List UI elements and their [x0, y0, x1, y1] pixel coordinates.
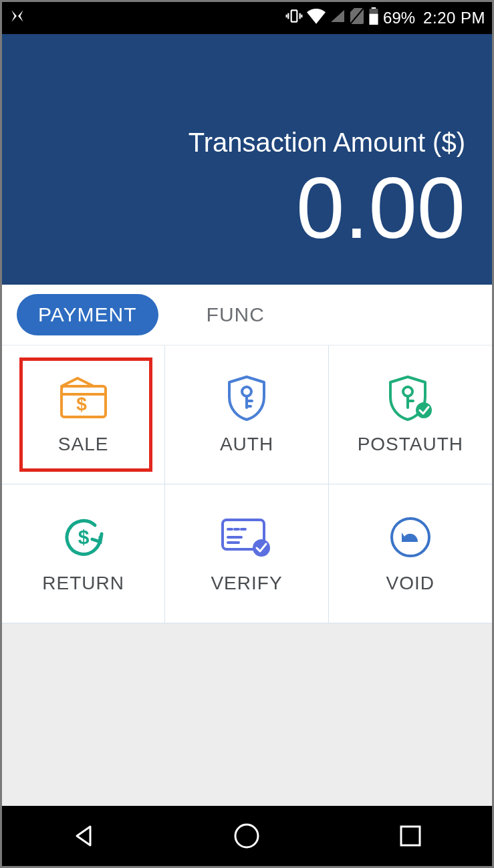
svg-rect-8 — [370, 14, 378, 25]
auth-label: AUTH — [220, 434, 273, 455]
tab-func[interactable]: FUNC — [185, 294, 286, 335]
amount-label: Transaction Amount ($) — [29, 128, 465, 158]
void-button[interactable]: VOID — [329, 484, 492, 623]
svg-text:$: $ — [78, 526, 89, 548]
dollar-refresh-icon: $ — [60, 514, 107, 561]
auth-button[interactable]: AUTH — [165, 345, 328, 484]
vibrate-icon — [285, 7, 303, 29]
amount-header: Transaction Amount ($) 0.00 — [2, 34, 492, 285]
action-grid: $ SALE AUTH — [2, 345, 492, 623]
wifi-icon — [307, 8, 326, 28]
svg-rect-6 — [372, 7, 376, 9]
amount-value[interactable]: 0.00 — [29, 164, 465, 251]
svg-point-26 — [235, 825, 258, 847]
tab-payment[interactable]: PAYMENT — [17, 294, 158, 335]
card-check-icon — [219, 514, 275, 561]
android-nav-bar — [2, 806, 492, 866]
svg-text:$: $ — [76, 394, 87, 414]
home-button[interactable] — [229, 819, 264, 853]
undo-circle-icon — [388, 514, 433, 561]
empty-space — [2, 623, 492, 806]
tab-bar: PAYMENT FUNC — [2, 285, 492, 345]
void-label: VOID — [386, 573, 435, 594]
svg-point-11 — [242, 387, 251, 396]
wallet-dollar-icon: $ — [57, 375, 110, 422]
return-label: RETURN — [42, 573, 124, 594]
shield-key-check-icon — [386, 375, 435, 422]
postauth-label: POSTAUTH — [358, 434, 463, 455]
svg-rect-27 — [401, 827, 420, 845]
svg-point-18 — [416, 402, 432, 418]
back-button[interactable] — [66, 819, 101, 853]
verify-label: VERIFY — [211, 573, 282, 594]
android-status-bar: 69% 2:20 PM — [2, 2, 492, 34]
sale-label: SALE — [58, 434, 109, 455]
no-sim-icon — [350, 8, 364, 28]
svg-rect-0 — [291, 10, 297, 21]
cell-signal-icon — [330, 9, 346, 27]
svg-point-24 — [253, 539, 270, 557]
shield-key-icon — [225, 375, 268, 422]
svg-point-15 — [403, 387, 412, 396]
battery-percent: 69% — [383, 9, 415, 27]
sale-button[interactable]: $ SALE — [2, 345, 165, 484]
butterfly-icon — [9, 7, 26, 29]
recent-apps-button[interactable] — [393, 819, 428, 853]
verify-button[interactable]: VERIFY — [165, 484, 328, 623]
return-button[interactable]: $ RETURN — [2, 484, 165, 623]
battery-icon — [368, 7, 379, 29]
postauth-button[interactable]: POSTAUTH — [329, 345, 492, 484]
clock: 2:20 PM — [423, 9, 485, 27]
